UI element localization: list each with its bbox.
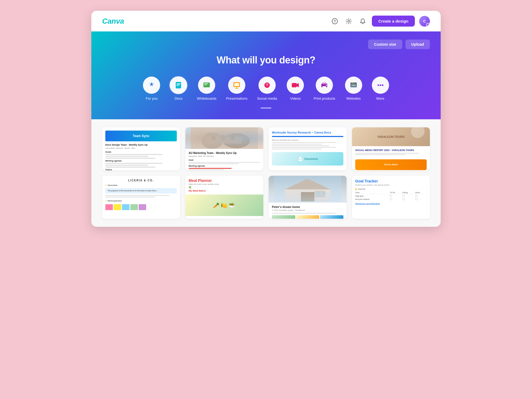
docs-icon	[170, 77, 187, 94]
home-line1	[272, 213, 336, 214]
svg-point-33	[220, 135, 226, 140]
svg-rect-38	[301, 192, 314, 202]
categories-row: For you Docs	[102, 74, 430, 103]
home-title: Peter's dream home	[272, 205, 343, 209]
indicator-line	[261, 107, 271, 109]
category-more[interactable]: More	[367, 74, 394, 103]
for-you-icon	[143, 77, 160, 94]
home-top-img	[269, 176, 347, 203]
marketing-line4	[189, 169, 224, 170]
goal-done-2	[415, 197, 427, 201]
category-videos[interactable]: Videos	[282, 74, 309, 103]
worksuite-line5	[272, 149, 322, 149]
websites-icon	[345, 77, 362, 94]
worksuite-line3	[272, 145, 329, 146]
check-done-1	[415, 195, 418, 197]
sticky-green	[130, 204, 138, 210]
social-media-icon	[258, 77, 276, 94]
goal-col-goal: Goal	[355, 191, 390, 194]
goal-title: Goal Tracker	[355, 179, 427, 183]
category-presentations[interactable]: Presentations	[221, 74, 252, 103]
design-card-meal-planner[interactable]: Meal Planner Make the most of your weekl…	[185, 176, 263, 219]
custom-size-button[interactable]: Custom size	[368, 39, 402, 49]
marketing-meeting-img	[185, 127, 263, 149]
marketing-goal: Goal	[189, 159, 260, 161]
goal-dot	[355, 188, 357, 190]
home-photos	[272, 215, 343, 219]
social-line1	[355, 153, 419, 154]
meal-header: Meal Planner Make the most of your weekl…	[185, 176, 263, 195]
design-card-au-marketing[interactable]: AU Marketing Team - Weekly Sync Up Atten…	[185, 127, 263, 170]
social-top-img: YARALEON TOURS	[352, 127, 430, 146]
svg-point-23	[352, 83, 353, 84]
marketing-line2	[189, 163, 239, 164]
category-docs[interactable]: Docs	[165, 74, 192, 103]
home-photo-2	[296, 215, 319, 219]
check-doing-1	[402, 195, 405, 197]
design-grid-row1: Team Sync Docs Design Team - Weekly Sync…	[102, 127, 430, 170]
team-sync-line2	[105, 156, 148, 157]
help-icon[interactable]: ?	[330, 16, 340, 26]
card-marketing-thumbnail: AU Marketing Team - Weekly Sync Up Atten…	[185, 127, 263, 170]
more-label: More	[376, 96, 384, 100]
svg-rect-5	[177, 84, 180, 85]
design-card-worksuite[interactable]: Worksuite Survey Research – Canva Docs W…	[269, 127, 347, 170]
card-meal-thumbnail: Meal Planner Make the most of your weekl…	[185, 176, 263, 219]
svg-rect-17	[322, 82, 326, 84]
svg-rect-28	[191, 127, 258, 149]
home-meta: © 2022 renovation project - MoodBoard	[272, 209, 343, 211]
svg-rect-40	[317, 192, 320, 195]
design-card-social-report[interactable]: YARALEON TOURS SOCIAL MEDIA REPORT 2022 …	[352, 127, 430, 170]
design-card-goal-tracker[interactable]: Goal Tracker Achieve your dreams, one st…	[352, 176, 430, 219]
check-todo-1	[390, 195, 392, 197]
more-icon	[372, 77, 389, 94]
category-social-media[interactable]: Social media	[252, 74, 282, 103]
svg-rect-14	[292, 83, 297, 87]
notifications-icon[interactable]	[358, 16, 368, 26]
svg-point-19	[326, 85, 327, 86]
card-goal-thumbnail: Goal Tracker Achieve your dreams, one st…	[352, 176, 430, 219]
goal-col-done: Done	[415, 191, 427, 194]
avatar-badge: C	[426, 23, 430, 27]
category-whiteboards[interactable]: Whiteboards	[192, 74, 221, 103]
liceria-retro-bullet: ●	[105, 200, 107, 202]
svg-text:?: ?	[334, 19, 336, 23]
svg-rect-8	[204, 83, 208, 84]
avatar[interactable]: C C	[419, 16, 430, 27]
design-card-liceria[interactable]: LICERIA & CO. ● Overview The purpose of …	[102, 176, 180, 219]
sticky-yellow	[114, 204, 121, 210]
meal-icon-row: 🌿	[189, 186, 260, 189]
create-design-button[interactable]: Create a design	[372, 16, 415, 27]
liceria-name: LICERIA & CO.	[105, 179, 177, 182]
marketing-line1	[189, 162, 260, 163]
goal-row-2: And your dreams	[355, 197, 427, 201]
social-summary-text: SOCIAL MEDIA	[384, 164, 398, 166]
settings-icon[interactable]	[344, 16, 354, 26]
category-print-products[interactable]: Print products	[309, 74, 340, 103]
worksuite-title: Worksuite Survey Research – Canva Docs	[272, 131, 343, 134]
marketing-title: AU Marketing Team - Weekly Sync Up	[189, 152, 260, 154]
category-websites[interactable]: Websites	[340, 74, 367, 103]
presentations-icon	[228, 77, 245, 94]
liceria-sticky-notes	[105, 204, 177, 210]
sticky-purple	[139, 204, 146, 210]
category-for-you[interactable]: For you	[138, 74, 165, 103]
design-card-team-sync[interactable]: Team Sync Docs Design Team - Weekly Sync…	[102, 127, 180, 170]
print-products-label: Print products	[314, 96, 335, 100]
team-sync-line3	[105, 158, 155, 159]
svg-rect-31	[207, 137, 242, 143]
upload-button[interactable]: Upload	[405, 39, 430, 49]
worksuite-line4	[272, 147, 336, 148]
meal-subtitle: Make the most of your weekly meals	[189, 183, 260, 185]
svg-marker-15	[297, 83, 299, 87]
goal-cell-1: Daily goal	[355, 194, 390, 198]
card-worksuite-thumbnail: Worksuite Survey Research – Canva Docs W…	[269, 127, 347, 170]
hero-title: What will you design?	[102, 55, 430, 66]
liceria-retro: ● Retrospective	[105, 200, 177, 202]
svg-rect-3	[176, 82, 181, 88]
svg-point-22	[351, 83, 352, 84]
svg-point-27	[382, 84, 383, 86]
team-sync-topics: Topics	[105, 168, 177, 170]
design-card-dream-home[interactable]: Peter's dream home © 2022 renovation pro…	[269, 176, 347, 219]
liceria-line2	[105, 197, 155, 197]
